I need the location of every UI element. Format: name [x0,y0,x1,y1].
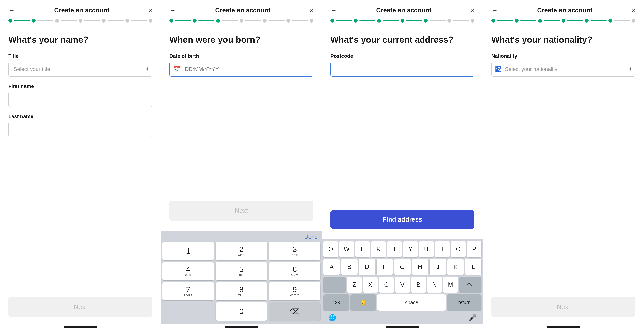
key-x[interactable]: X [363,277,378,293]
mic-icon[interactable]: 🎤 [468,314,476,321]
emoji-key[interactable]: 😊 [350,294,376,310]
dob-field-group: Date of birth 📅 [170,53,314,77]
return-key[interactable]: return [447,294,482,310]
key-5[interactable]: 5JKL [216,262,267,280]
globe-icon[interactable]: 🌐 [328,314,336,321]
delete-key[interactable]: ⌫ [459,277,482,293]
progress-bar [0,17,161,28]
key-g[interactable]: G [394,259,411,275]
progress-dot-6 [286,19,290,23]
close-button[interactable]: × [149,7,152,14]
key-h[interactable]: H [412,259,428,275]
key-m[interactable]: M [443,277,458,293]
key-s[interactable]: S [341,259,358,275]
close-button[interactable]: × [310,7,314,14]
key-t[interactable]: T [387,241,402,257]
back-button[interactable]: ← [8,7,15,14]
back-button[interactable]: ← [492,7,498,14]
progress-dot-7 [632,19,636,23]
done-button[interactable]: Done [304,234,318,240]
key-k[interactable]: K [447,259,464,275]
dob-label: Date of birth [170,53,314,59]
progress-line-3 [222,20,238,21]
key-j[interactable]: J [430,259,446,275]
key-0[interactable]: 0 [216,302,267,320]
key-l[interactable]: L [465,259,482,275]
key-o[interactable]: O [451,241,466,257]
progress-dot-3 [55,19,59,23]
progress-dot-1 [492,19,495,23]
page-title: What's your name? [8,34,152,45]
firstname-label: First name [8,83,152,89]
next-button[interactable]: Next [492,297,636,317]
progress-line-1 [336,20,352,21]
lastname-input[interactable] [8,122,152,137]
key-v[interactable]: V [395,277,410,293]
key-f[interactable]: F [376,259,393,275]
key-q[interactable]: Q [323,241,338,257]
header-title: Create an account [376,7,431,14]
numpad-row-3: 7PQRS 8TUV 9WXYZ [162,282,320,300]
key-3[interactable]: 3DEF [269,242,320,260]
numbers-key[interactable]: 123 [323,294,349,310]
next-button[interactable]: Next [8,297,152,317]
key-6[interactable]: 6MNO [269,262,320,280]
progress-line-3 [544,20,560,21]
key-z[interactable]: Z [347,277,362,293]
key-w[interactable]: W [339,241,354,257]
key-c[interactable]: C [379,277,394,293]
progress-dot-1 [330,19,334,23]
key-b[interactable]: B [411,277,426,293]
key-i[interactable]: I [435,241,450,257]
key-p[interactable]: P [467,241,482,257]
qwerty-keyboard: Q W E R T Y U I O P A S D F G H J K L ⇧ … [322,239,483,324]
shift-key[interactable]: ⇧ [323,277,346,293]
progress-line-4 [245,20,262,21]
progress-line-3 [60,20,77,21]
panel3-header: ← Create an account × [322,0,483,17]
back-button[interactable]: ← [330,7,337,14]
key-1[interactable]: 1 [162,242,214,260]
panel-name: ← Create an account × What's your name? … [0,0,161,331]
progress-bar [322,17,483,28]
title-select[interactable]: Select your title Mr Mrs Ms Dr [8,62,152,77]
nationality-select[interactable]: Select your nationality British American… [492,62,636,77]
key-4[interactable]: 4GHI [162,262,214,280]
key-delete[interactable]: ⌫ [269,302,320,320]
progress-bar [483,17,644,28]
close-button[interactable]: × [632,7,636,14]
progress-line-4 [406,20,422,21]
space-key[interactable]: space [377,294,446,310]
find-address-button[interactable]: Find address [330,210,474,229]
header-title: Create an account [215,7,270,14]
close-button[interactable]: × [471,7,474,14]
key-8[interactable]: 8TUV [216,282,267,300]
passport-icon: 🛂 [495,66,502,72]
date-input[interactable] [170,62,314,77]
kb-row-3: ⇧ Z X C V B N M ⌫ [323,277,482,293]
key-7[interactable]: 7PQRS [162,282,214,300]
calendar-icon: 📅 [174,66,180,72]
progress-line-5 [107,20,124,21]
progress-line-6 [131,20,147,21]
key-u[interactable]: U [419,241,434,257]
progress-dot-1 [170,19,173,23]
key-d[interactable]: D [359,259,375,275]
progress-dot-5 [263,19,267,23]
title-label: Title [8,53,152,59]
page-title: What's your nationality? [492,34,636,45]
postcode-input[interactable] [330,62,474,77]
progress-dot-1 [8,19,12,23]
next-button[interactable]: Next [170,201,314,221]
key-n[interactable]: N [427,277,442,293]
key-a[interactable]: A [323,259,340,275]
key-r[interactable]: R [371,241,386,257]
progress-dot-7 [310,19,314,23]
key-9[interactable]: 9WXYZ [269,282,320,300]
firstname-input[interactable] [8,92,152,107]
progress-dot-3 [377,19,381,23]
key-y[interactable]: Y [403,241,418,257]
back-button[interactable]: ← [170,7,176,14]
key-2[interactable]: 2ABC [216,242,267,260]
key-e[interactable]: E [355,241,370,257]
